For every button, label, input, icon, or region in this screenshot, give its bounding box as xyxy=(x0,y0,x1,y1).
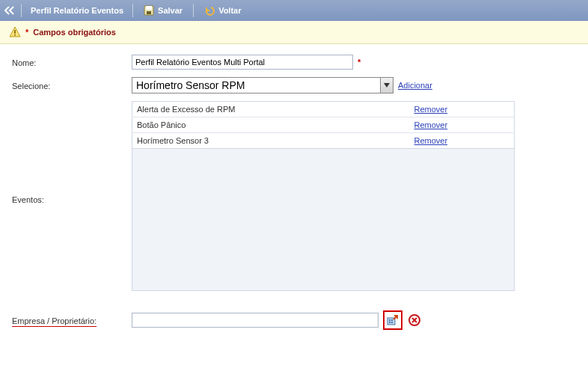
toolbar: Perfil Relatório Eventos Salvar Voltar xyxy=(0,0,588,21)
eventos-table: Alerta de Excesso de RPMRemoverBotão Pân… xyxy=(132,101,515,149)
warning-icon xyxy=(9,26,21,38)
svg-rect-1 xyxy=(146,6,152,10)
eventos-row: Eventos: Alerta de Excesso de RPMRemover… xyxy=(12,101,576,297)
svg-rect-6 xyxy=(389,319,391,321)
nome-input[interactable] xyxy=(132,55,353,70)
empresa-row: Empresa / Proprietário: xyxy=(12,310,576,330)
evento-name: Horímetro Sensor 3 xyxy=(132,133,410,149)
empresa-lookup-button[interactable] xyxy=(385,313,400,328)
empresa-label: Empresa / Proprietário: xyxy=(12,315,132,325)
nome-row: Nome: * xyxy=(12,55,576,70)
eventos-empty-area xyxy=(132,149,515,291)
required-fields-notice: * Campos obrigatórios xyxy=(0,21,588,44)
save-button[interactable]: Salvar xyxy=(139,5,187,16)
evento-select[interactable]: Horímetro Sensor RPM xyxy=(132,77,393,94)
undo-arrow-icon xyxy=(204,5,215,16)
separator xyxy=(132,4,133,17)
evento-select-value: Horímetro Sensor RPM xyxy=(132,79,380,91)
svg-rect-3 xyxy=(14,30,16,34)
save-label: Salvar xyxy=(158,6,183,15)
nome-label: Nome: xyxy=(12,57,132,67)
clear-icon xyxy=(408,314,420,326)
page-title: Perfil Relatório Eventos xyxy=(28,6,126,15)
svg-rect-8 xyxy=(389,322,391,323)
lookup-highlight xyxy=(383,310,402,330)
separator xyxy=(21,4,22,17)
adicionar-link[interactable]: Adicionar xyxy=(398,81,432,90)
collapse-button[interactable] xyxy=(4,6,15,15)
remover-link[interactable]: Remover xyxy=(414,105,448,114)
svg-rect-2 xyxy=(147,11,151,14)
asterisk: * xyxy=(25,28,28,37)
form: Nome: * Selecione: Horímetro Sensor RPM … xyxy=(0,44,588,348)
svg-rect-4 xyxy=(14,34,16,36)
back-label: Voltar xyxy=(218,6,241,15)
table-row: Botão PânicoRemover xyxy=(132,117,515,133)
lookup-icon xyxy=(387,314,399,326)
notice-text: Campos obrigatórios xyxy=(33,28,116,37)
svg-rect-7 xyxy=(391,319,393,321)
empresa-input[interactable] xyxy=(132,313,379,328)
evento-name: Botão Pânico xyxy=(132,117,410,133)
selecione-label: Selecione: xyxy=(12,80,132,91)
remover-link[interactable]: Remover xyxy=(414,120,448,129)
eventos-label: Eventos: xyxy=(12,101,132,297)
evento-name: Alerta de Excesso de RPM xyxy=(132,102,410,117)
table-row: Alerta de Excesso de RPMRemover xyxy=(132,102,515,117)
svg-rect-9 xyxy=(391,322,393,323)
chevron-down-icon xyxy=(380,78,393,93)
save-icon xyxy=(144,5,154,16)
chevron-left-double-icon xyxy=(4,6,15,15)
empresa-clear-button[interactable] xyxy=(407,313,422,328)
selecione-row: Selecione: Horímetro Sensor RPM Adiciona… xyxy=(12,77,576,94)
separator xyxy=(193,4,194,17)
table-row: Horímetro Sensor 3Remover xyxy=(132,133,515,149)
required-marker: * xyxy=(358,58,361,67)
back-button[interactable]: Voltar xyxy=(200,5,245,16)
remover-link[interactable]: Remover xyxy=(414,136,448,145)
